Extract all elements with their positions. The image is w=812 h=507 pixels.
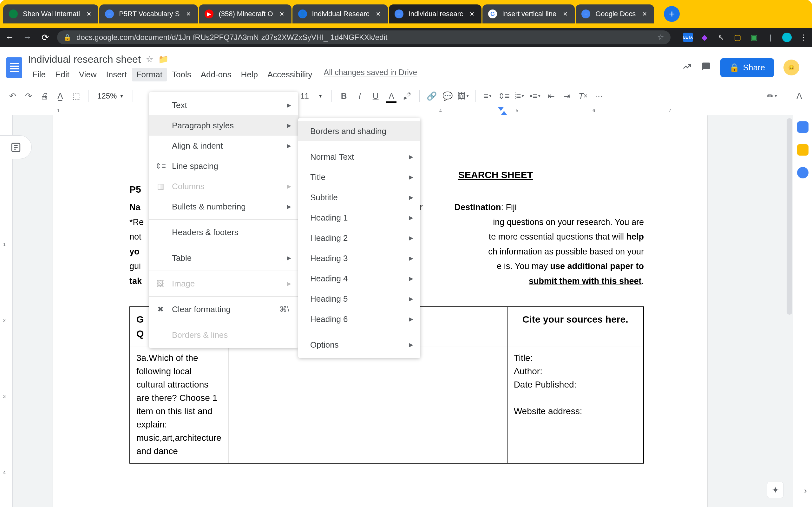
redo-button[interactable]: ↷ (22, 90, 35, 102)
format-paragraph-styles[interactable]: Paragraph styles▶ (149, 115, 298, 135)
format-line-spacing[interactable]: ⇕≡Line spacing (149, 156, 298, 176)
comments-icon[interactable] (701, 62, 711, 73)
menu-tools[interactable]: Tools (167, 68, 196, 81)
style-heading-3[interactable]: Heading 3▶ (298, 248, 420, 268)
keep-icon[interactable] (797, 144, 809, 156)
menu-edit[interactable]: Edit (51, 68, 74, 81)
editing-mode-button[interactable]: ✏ ▼ (766, 90, 779, 102)
close-icon[interactable]: × (185, 10, 192, 18)
format-table[interactable]: Table▶ (149, 248, 298, 268)
menu-format[interactable]: Format (132, 68, 167, 81)
style-subtitle[interactable]: Subtitle▶ (298, 187, 420, 208)
new-tab-button[interactable]: + (664, 6, 680, 22)
format-text[interactable]: Text▶ (149, 95, 298, 115)
format-columns[interactable]: ▥Columns▶ (149, 176, 298, 196)
bold-button[interactable]: B (338, 90, 350, 102)
indent-decrease-button[interactable]: ⇤ (545, 90, 558, 102)
format-borders-lines[interactable]: Borders & lines (149, 325, 298, 345)
menu-accessibility[interactable]: Accessibility (263, 68, 317, 81)
horizontal-ruler[interactable]: 1 4 5 6 7 (0, 107, 812, 115)
borders-shading[interactable]: Borders and shading (298, 121, 420, 141)
share-button[interactable]: 🔒 Share (720, 58, 774, 77)
format-bullets-numbering[interactable]: Bullets & numbering▶ (149, 196, 298, 217)
close-icon[interactable]: × (561, 10, 569, 18)
folder-icon[interactable]: 📁 (158, 55, 168, 64)
back-button[interactable]: ← (4, 32, 15, 43)
font-size-select[interactable]: 11 ▼ (297, 92, 326, 101)
style-heading-6[interactable]: Heading 6▶ (298, 309, 420, 329)
menu-icon[interactable]: ⋮ (799, 33, 808, 42)
format-align-indent[interactable]: Align & indent▶ (149, 135, 298, 156)
vertical-ruler[interactable]: 1 2 3 4 (0, 115, 13, 507)
tab-individual-research[interactable]: 👤 Individual Researc × (293, 4, 388, 23)
vertical-scrollbar[interactable] (786, 118, 792, 315)
highlight-button[interactable]: 🖍 (401, 90, 414, 102)
indent-marker-left[interactable] (501, 111, 507, 115)
undo-button[interactable]: ↶ (6, 90, 19, 102)
close-icon[interactable]: × (641, 10, 648, 18)
align-button[interactable]: ≡ ▼ (481, 90, 494, 102)
explore-button[interactable]: ✦ (767, 482, 783, 498)
zoom-select[interactable]: 125% ▼ (94, 92, 127, 101)
star-icon[interactable]: ☆ (146, 55, 153, 64)
outline-toggle[interactable] (0, 135, 32, 159)
style-heading-4[interactable]: Heading 4▶ (298, 268, 420, 289)
format-clear-formatting[interactable]: ✖Clear formatting⌘\ (149, 299, 298, 320)
menu-help[interactable]: Help (237, 68, 262, 81)
line-spacing-button[interactable]: ⇕≡ (497, 90, 510, 102)
style-options[interactable]: Options▶ (298, 335, 420, 355)
style-title[interactable]: Title▶ (298, 167, 420, 187)
docs-home-button[interactable] (6, 57, 22, 78)
calendar-icon[interactable] (797, 121, 809, 133)
tab-insert-vertical[interactable]: G Insert vertical line × (483, 4, 575, 23)
document-title[interactable]: Individual research sheet (28, 54, 141, 65)
numbered-list-button[interactable]: ⦙≡ ▼ (513, 90, 526, 102)
side-panel-toggle[interactable]: › (804, 486, 807, 496)
extension-icon-1[interactable]: ◆ (700, 33, 709, 42)
image-button[interactable]: 🖼 ▼ (457, 90, 470, 102)
extension-icon-3[interactable]: ▣ (749, 33, 759, 42)
save-status[interactable]: All changes saved in Drive (324, 68, 417, 81)
account-avatar[interactable]: 😊 (783, 60, 799, 75)
indent-increase-button[interactable]: ⇥ (561, 90, 573, 102)
collapse-button[interactable]: ᐱ (793, 90, 806, 102)
close-icon[interactable]: × (468, 10, 476, 18)
tasks-icon[interactable] (797, 167, 809, 178)
reload-button[interactable]: ⟳ (39, 32, 51, 43)
tab-youtube[interactable]: ▶ (358) Minecraft O × (199, 4, 291, 23)
format-headers-footers[interactable]: Headers & footers (149, 222, 298, 242)
format-image[interactable]: 🖼Image▶ (149, 274, 298, 294)
menu-view[interactable]: View (74, 68, 101, 81)
italic-button[interactable]: I (353, 90, 366, 102)
url-field[interactable]: 🔒 docs.google.com/document/d/1Jn-fRUs2PF… (57, 31, 670, 44)
star-icon[interactable]: ☆ (657, 33, 664, 42)
print-button[interactable]: 🖨 (38, 90, 51, 102)
activity-icon[interactable] (682, 62, 692, 73)
tab-shen-wai[interactable]: Shen Wai Internati × (3, 4, 98, 23)
tab-individual-research-doc[interactable]: ≡ Individual researc × (389, 4, 481, 23)
cursor-icon[interactable]: ↖ (716, 33, 726, 42)
extension-icon-2[interactable]: ▢ (733, 33, 742, 42)
style-heading-2[interactable]: Heading 2▶ (298, 228, 420, 248)
close-icon[interactable]: × (278, 10, 286, 18)
more-button[interactable]: ⋯ (593, 90, 605, 102)
menu-file[interactable]: File (28, 68, 50, 81)
profile-avatar[interactable] (782, 33, 792, 42)
link-button[interactable]: 🔗 (425, 90, 438, 102)
style-heading-1[interactable]: Heading 1▶ (298, 208, 420, 228)
tab-google-docs[interactable]: ≡ Google Docs × (576, 4, 654, 23)
paint-format-button[interactable]: ⬚ (70, 90, 83, 102)
style-normal-text[interactable]: Normal Text▶ (298, 147, 420, 167)
underline-button[interactable]: U (369, 90, 382, 102)
forward-button[interactable]: → (21, 32, 33, 43)
clear-format-button[interactable]: T× (577, 90, 589, 102)
comment-button[interactable]: 💬 (441, 90, 454, 102)
bulleted-list-button[interactable]: •≡ ▼ (529, 90, 542, 102)
close-icon[interactable]: × (374, 10, 382, 18)
close-icon[interactable]: × (85, 10, 93, 18)
menu-insert[interactable]: Insert (102, 68, 131, 81)
spellcheck-button[interactable]: A̲ (54, 90, 67, 102)
menu-addons[interactable]: Add-ons (196, 68, 236, 81)
text-color-button[interactable]: A (385, 90, 398, 102)
indent-marker-first[interactable] (498, 107, 504, 111)
